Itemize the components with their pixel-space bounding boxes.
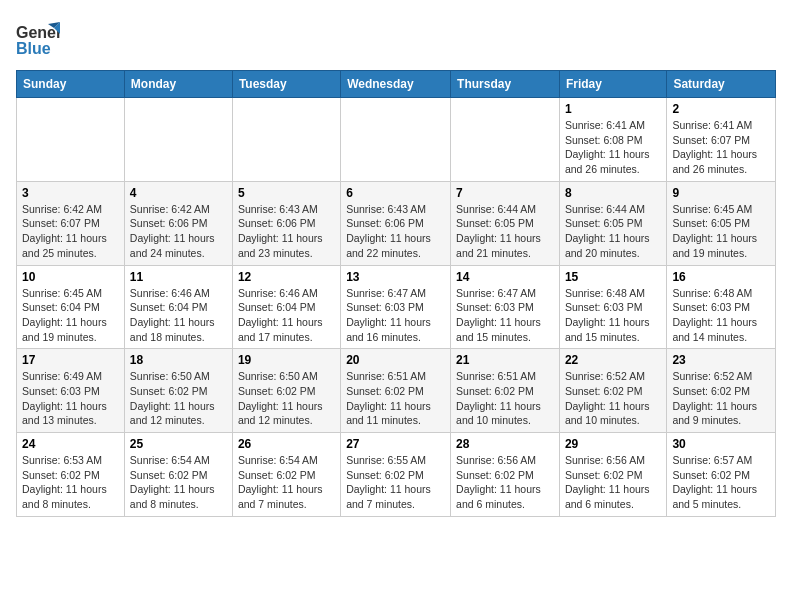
calendar-cell: 18Sunrise: 6:50 AM Sunset: 6:02 PM Dayli… (124, 349, 232, 433)
day-info: Sunrise: 6:48 AM Sunset: 6:03 PM Dayligh… (672, 286, 770, 345)
day-number: 14 (456, 270, 554, 284)
day-info: Sunrise: 6:45 AM Sunset: 6:05 PM Dayligh… (672, 202, 770, 261)
logo-icon: General Blue (16, 20, 60, 62)
calendar-cell: 23Sunrise: 6:52 AM Sunset: 6:02 PM Dayli… (667, 349, 776, 433)
day-info: Sunrise: 6:46 AM Sunset: 6:04 PM Dayligh… (130, 286, 227, 345)
calendar-cell (341, 98, 451, 182)
day-number: 22 (565, 353, 661, 367)
day-number: 27 (346, 437, 445, 451)
day-info: Sunrise: 6:44 AM Sunset: 6:05 PM Dayligh… (456, 202, 554, 261)
day-info: Sunrise: 6:54 AM Sunset: 6:02 PM Dayligh… (130, 453, 227, 512)
day-info: Sunrise: 6:48 AM Sunset: 6:03 PM Dayligh… (565, 286, 661, 345)
calendar-cell (124, 98, 232, 182)
day-number: 18 (130, 353, 227, 367)
day-number: 9 (672, 186, 770, 200)
day-info: Sunrise: 6:45 AM Sunset: 6:04 PM Dayligh… (22, 286, 119, 345)
day-number: 3 (22, 186, 119, 200)
calendar-cell (451, 98, 560, 182)
day-number: 6 (346, 186, 445, 200)
calendar-cell: 3Sunrise: 6:42 AM Sunset: 6:07 PM Daylig… (17, 181, 125, 265)
day-info: Sunrise: 6:54 AM Sunset: 6:02 PM Dayligh… (238, 453, 335, 512)
svg-text:Blue: Blue (16, 40, 51, 57)
calendar-cell: 20Sunrise: 6:51 AM Sunset: 6:02 PM Dayli… (341, 349, 451, 433)
day-number: 17 (22, 353, 119, 367)
day-info: Sunrise: 6:55 AM Sunset: 6:02 PM Dayligh… (346, 453, 445, 512)
weekday-header-sunday: Sunday (17, 71, 125, 98)
page-header: General Blue (16, 16, 776, 62)
calendar-cell: 19Sunrise: 6:50 AM Sunset: 6:02 PM Dayli… (232, 349, 340, 433)
day-info: Sunrise: 6:43 AM Sunset: 6:06 PM Dayligh… (346, 202, 445, 261)
calendar-cell: 26Sunrise: 6:54 AM Sunset: 6:02 PM Dayli… (232, 433, 340, 517)
day-info: Sunrise: 6:43 AM Sunset: 6:06 PM Dayligh… (238, 202, 335, 261)
calendar-cell: 24Sunrise: 6:53 AM Sunset: 6:02 PM Dayli… (17, 433, 125, 517)
calendar-cell: 7Sunrise: 6:44 AM Sunset: 6:05 PM Daylig… (451, 181, 560, 265)
day-info: Sunrise: 6:52 AM Sunset: 6:02 PM Dayligh… (565, 369, 661, 428)
calendar-week-row: 10Sunrise: 6:45 AM Sunset: 6:04 PM Dayli… (17, 265, 776, 349)
weekday-header-tuesday: Tuesday (232, 71, 340, 98)
calendar-week-row: 3Sunrise: 6:42 AM Sunset: 6:07 PM Daylig… (17, 181, 776, 265)
day-number: 1 (565, 102, 661, 116)
weekday-header-friday: Friday (559, 71, 666, 98)
calendar-cell: 30Sunrise: 6:57 AM Sunset: 6:02 PM Dayli… (667, 433, 776, 517)
day-info: Sunrise: 6:51 AM Sunset: 6:02 PM Dayligh… (346, 369, 445, 428)
calendar-cell: 9Sunrise: 6:45 AM Sunset: 6:05 PM Daylig… (667, 181, 776, 265)
calendar-table: SundayMondayTuesdayWednesdayThursdayFrid… (16, 70, 776, 517)
calendar-cell: 1Sunrise: 6:41 AM Sunset: 6:08 PM Daylig… (559, 98, 666, 182)
day-number: 11 (130, 270, 227, 284)
calendar-cell: 17Sunrise: 6:49 AM Sunset: 6:03 PM Dayli… (17, 349, 125, 433)
day-info: Sunrise: 6:42 AM Sunset: 6:07 PM Dayligh… (22, 202, 119, 261)
day-info: Sunrise: 6:44 AM Sunset: 6:05 PM Dayligh… (565, 202, 661, 261)
weekday-header-wednesday: Wednesday (341, 71, 451, 98)
day-info: Sunrise: 6:56 AM Sunset: 6:02 PM Dayligh… (565, 453, 661, 512)
calendar-cell: 29Sunrise: 6:56 AM Sunset: 6:02 PM Dayli… (559, 433, 666, 517)
calendar-cell: 2Sunrise: 6:41 AM Sunset: 6:07 PM Daylig… (667, 98, 776, 182)
calendar-cell: 14Sunrise: 6:47 AM Sunset: 6:03 PM Dayli… (451, 265, 560, 349)
day-info: Sunrise: 6:51 AM Sunset: 6:02 PM Dayligh… (456, 369, 554, 428)
weekday-header-saturday: Saturday (667, 71, 776, 98)
calendar-week-row: 24Sunrise: 6:53 AM Sunset: 6:02 PM Dayli… (17, 433, 776, 517)
day-number: 19 (238, 353, 335, 367)
day-info: Sunrise: 6:46 AM Sunset: 6:04 PM Dayligh… (238, 286, 335, 345)
day-number: 29 (565, 437, 661, 451)
day-number: 8 (565, 186, 661, 200)
day-info: Sunrise: 6:52 AM Sunset: 6:02 PM Dayligh… (672, 369, 770, 428)
day-info: Sunrise: 6:53 AM Sunset: 6:02 PM Dayligh… (22, 453, 119, 512)
day-number: 5 (238, 186, 335, 200)
day-number: 7 (456, 186, 554, 200)
calendar-cell: 4Sunrise: 6:42 AM Sunset: 6:06 PM Daylig… (124, 181, 232, 265)
calendar-cell: 6Sunrise: 6:43 AM Sunset: 6:06 PM Daylig… (341, 181, 451, 265)
calendar-week-row: 17Sunrise: 6:49 AM Sunset: 6:03 PM Dayli… (17, 349, 776, 433)
day-number: 16 (672, 270, 770, 284)
calendar-cell: 12Sunrise: 6:46 AM Sunset: 6:04 PM Dayli… (232, 265, 340, 349)
day-number: 15 (565, 270, 661, 284)
day-number: 26 (238, 437, 335, 451)
calendar-cell: 15Sunrise: 6:48 AM Sunset: 6:03 PM Dayli… (559, 265, 666, 349)
calendar-cell (232, 98, 340, 182)
day-info: Sunrise: 6:47 AM Sunset: 6:03 PM Dayligh… (346, 286, 445, 345)
calendar-cell: 25Sunrise: 6:54 AM Sunset: 6:02 PM Dayli… (124, 433, 232, 517)
calendar-cell: 5Sunrise: 6:43 AM Sunset: 6:06 PM Daylig… (232, 181, 340, 265)
calendar-cell: 13Sunrise: 6:47 AM Sunset: 6:03 PM Dayli… (341, 265, 451, 349)
day-info: Sunrise: 6:49 AM Sunset: 6:03 PM Dayligh… (22, 369, 119, 428)
day-number: 4 (130, 186, 227, 200)
calendar-cell: 27Sunrise: 6:55 AM Sunset: 6:02 PM Dayli… (341, 433, 451, 517)
day-info: Sunrise: 6:42 AM Sunset: 6:06 PM Dayligh… (130, 202, 227, 261)
calendar-cell: 11Sunrise: 6:46 AM Sunset: 6:04 PM Dayli… (124, 265, 232, 349)
day-info: Sunrise: 6:41 AM Sunset: 6:08 PM Dayligh… (565, 118, 661, 177)
day-info: Sunrise: 6:50 AM Sunset: 6:02 PM Dayligh… (238, 369, 335, 428)
calendar-week-row: 1Sunrise: 6:41 AM Sunset: 6:08 PM Daylig… (17, 98, 776, 182)
day-number: 23 (672, 353, 770, 367)
weekday-header-thursday: Thursday (451, 71, 560, 98)
weekday-header-monday: Monday (124, 71, 232, 98)
calendar-cell (17, 98, 125, 182)
calendar-cell: 16Sunrise: 6:48 AM Sunset: 6:03 PM Dayli… (667, 265, 776, 349)
day-number: 24 (22, 437, 119, 451)
day-number: 25 (130, 437, 227, 451)
day-number: 20 (346, 353, 445, 367)
day-info: Sunrise: 6:57 AM Sunset: 6:02 PM Dayligh… (672, 453, 770, 512)
day-number: 13 (346, 270, 445, 284)
day-number: 21 (456, 353, 554, 367)
day-number: 30 (672, 437, 770, 451)
day-number: 10 (22, 270, 119, 284)
calendar-cell: 10Sunrise: 6:45 AM Sunset: 6:04 PM Dayli… (17, 265, 125, 349)
